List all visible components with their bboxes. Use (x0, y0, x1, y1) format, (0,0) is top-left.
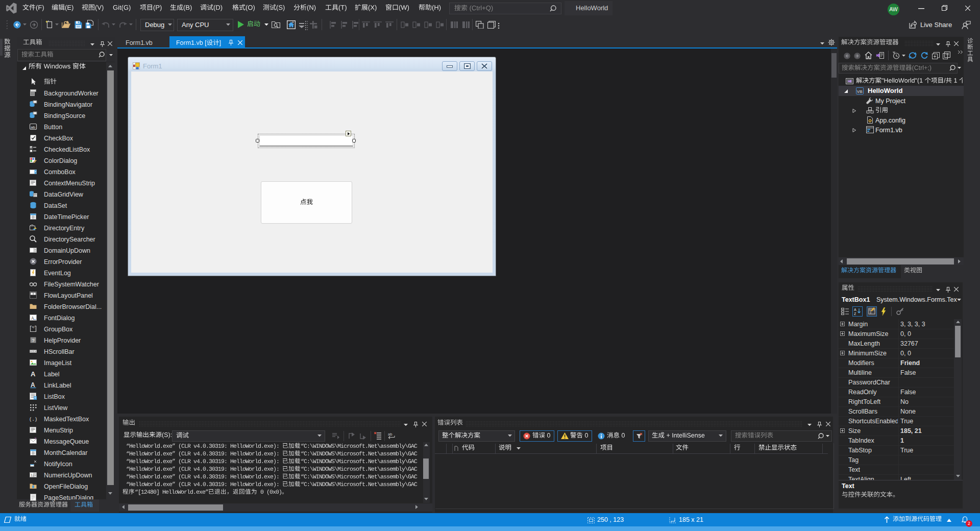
svg-text:?: ? (32, 337, 35, 343)
svg-text:A: A (854, 308, 856, 311)
svg-text:A: A (31, 315, 35, 320)
svg-text:(.).: (.). (29, 417, 37, 422)
svg-text:ab: ab (31, 125, 35, 129)
svg-text:VB: VB (857, 89, 863, 94)
svg-text:ab: ab (388, 432, 392, 437)
svg-text:xy: xy (32, 325, 35, 328)
svg-text:Z: Z (854, 312, 856, 315)
svg-text:A: A (31, 370, 36, 378)
